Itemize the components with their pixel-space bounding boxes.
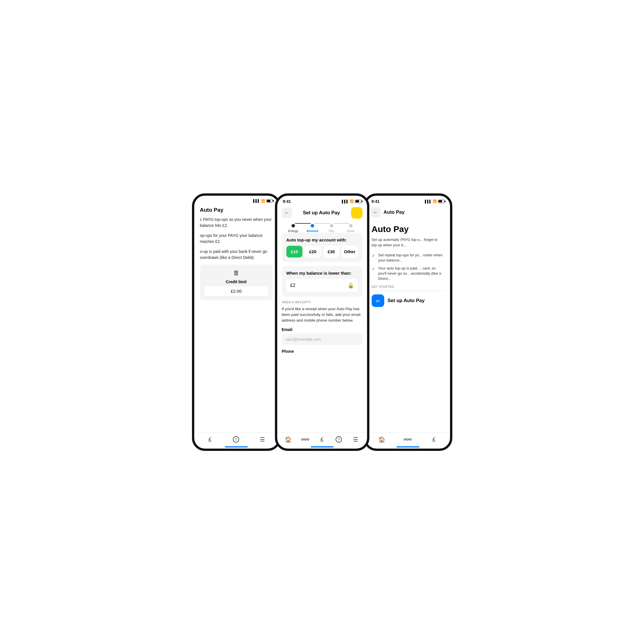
left-body-text3: o-up is paid with your bank ll never go … <box>200 249 273 261</box>
nav-icon-menu[interactable]: ☰ <box>257 434 267 445</box>
right-header: ← Auto Pay <box>366 205 450 220</box>
check-icon-1: ✓ <box>372 253 375 258</box>
nav-dots-right[interactable] <box>403 434 413 445</box>
nav-help-center[interactable]: ? <box>334 434 344 445</box>
svg-point-9 <box>404 439 406 440</box>
receipt-text: If you'd like a receipt when your Auto P… <box>282 306 362 324</box>
credit-label: Credit limit <box>226 280 247 284</box>
back-button-right[interactable]: ← <box>370 207 381 217</box>
center-time: 9:41 <box>283 199 291 204</box>
back-icon-right: ← <box>373 210 378 215</box>
wifi-icon: 📶 <box>261 199 265 203</box>
balance-card: When my balance is lower than: £2 🔒 <box>282 266 362 297</box>
setup-autopay-button[interactable]: ∞ Set up Auto Pay <box>372 294 444 307</box>
amount-btn-20[interactable]: £20 <box>305 246 321 257</box>
signal-icon: ▌▌▌ <box>253 199 260 203</box>
svg-point-3 <box>304 439 306 440</box>
step-line-3 <box>333 223 349 224</box>
lightning-button[interactable]: ⚡ <box>351 207 362 219</box>
receipt-section-label: NEED A RECEIPT? <box>282 301 362 304</box>
svg-text:?: ? <box>235 437 237 442</box>
amount-btn-30[interactable]: £30 <box>323 246 340 257</box>
step-label-amount: Amount <box>306 229 318 233</box>
nav-pound-right[interactable]: £ <box>429 434 439 445</box>
svg-point-11 <box>410 439 411 440</box>
credit-value: £2.00 <box>205 286 268 296</box>
balance-row: £2 🔒 <box>286 279 358 292</box>
step-dot-amount <box>311 224 314 227</box>
phone-label: Phone <box>282 349 362 354</box>
autopay-desc: Set up automatic PAYG top-u... forget to… <box>372 237 444 248</box>
right-body: Auto Pay Set up automatic PAYG top-u... … <box>366 220 450 433</box>
step-amount: Amount <box>311 224 314 227</box>
right-status-bar: 9:41 ▌▌▌ 📶 <box>366 196 450 205</box>
amount-btn-other[interactable]: Other <box>342 246 358 257</box>
nav-icon-pound[interactable]: £ <box>205 434 215 445</box>
check-item-2: ✓ Your auto top-up is paid ... card, so … <box>372 266 444 282</box>
step-label-done: Done <box>347 229 354 233</box>
left-bottom-nav: £ ? ☰ <box>194 433 278 449</box>
check-icon-2: ✓ <box>372 266 375 272</box>
email-label: Email <box>282 327 362 332</box>
step-pay: Pay <box>330 224 333 227</box>
signal-icon-r: ▌▌▌ <box>425 200 431 203</box>
right-phone: 9:41 ▌▌▌ 📶 ← Auto Pay Auto Pay Set up au… <box>364 193 452 451</box>
center-bottom-nav: 🏠 £ ? ☰ <box>277 433 367 449</box>
center-phone: 9:41 ▌▌▌ 📶 ← Set up Auto Pay ⚡ Energy <box>275 193 369 451</box>
back-icon-center: ← <box>285 210 289 215</box>
autopay-title: Auto Pay <box>372 224 444 234</box>
svg-point-4 <box>307 439 309 440</box>
center-page-title: Set up Auto Pay <box>303 210 340 216</box>
divider <box>372 291 444 291</box>
wifi-icon-r: 📶 <box>433 199 437 203</box>
trash-icon: 🗑 <box>233 269 239 277</box>
nav-pound-center[interactable]: £ <box>317 434 327 445</box>
stepper: Energy Amount Pay Done <box>277 221 367 233</box>
step-label-pay: Pay <box>329 229 334 233</box>
step-done: Done <box>349 224 352 227</box>
step-label-energy: Energy <box>288 229 298 233</box>
left-status-bar: ▌▌▌ 📶 <box>194 196 278 204</box>
setup-btn-label: Set up Auto Pay <box>388 298 425 304</box>
battery-icon <box>266 199 273 203</box>
right-bottom-nav: 🏠 £ <box>366 433 450 449</box>
check-text-2: Your auto top-up is paid ... card, so yo… <box>378 266 444 282</box>
check-text-1: Set repeat top-ups for yo... meter when … <box>378 253 444 263</box>
left-phone: ▌▌▌ 📶 Auto Pay c PAYG top-ups so you nev… <box>192 193 281 451</box>
auto-topup-title: Auto top-up my account with: <box>286 237 358 242</box>
step-line-2 <box>314 223 330 224</box>
nav-home-right[interactable]: 🏠 <box>377 434 387 445</box>
svg-point-2 <box>302 439 303 440</box>
step-energy: Energy <box>292 224 295 227</box>
get-started-label: GET STARTED <box>372 285 444 288</box>
battery-icon-r <box>438 200 444 203</box>
center-status-bar: 9:41 ▌▌▌ 📶 <box>277 196 367 205</box>
right-page-title: Auto Pay <box>384 209 405 215</box>
nav-menu-center[interactable]: ☰ <box>350 434 361 445</box>
center-body: Auto top-up my account with: £10 £20 £30… <box>277 233 367 433</box>
credit-card: 🗑 Credit limit £2.00 <box>200 265 273 300</box>
email-input[interactable]: sam@example.com <box>282 334 362 345</box>
signal-icon-c: ▌▌▌ <box>342 200 348 203</box>
nav-icon-help[interactable]: ? <box>231 434 241 445</box>
lock-icon: 🔒 <box>348 282 354 289</box>
lightning-icon: ⚡ <box>353 209 360 216</box>
nav-dots-center[interactable] <box>300 434 310 445</box>
svg-text:?: ? <box>338 437 340 442</box>
amount-btn-10[interactable]: £10 <box>286 246 303 257</box>
nav-home-center[interactable]: 🏠 <box>283 434 294 445</box>
check-item-1: ✓ Set repeat top-ups for yo... meter whe… <box>372 253 444 263</box>
step-line-1 <box>295 223 311 224</box>
balance-value: £2 <box>290 283 296 288</box>
left-body-text1: c PAYG top-ups so you never when your ba… <box>200 217 273 229</box>
right-time: 9:41 <box>372 199 380 204</box>
step-dot-energy <box>292 224 295 227</box>
center-header: ← Set up Auto Pay ⚡ <box>277 205 367 221</box>
wifi-icon-c: 📶 <box>350 199 354 203</box>
amount-card: Auto top-up my account with: £10 £20 £30… <box>282 233 362 262</box>
left-body-text2: op-ups for your PAYG your balance reache… <box>200 233 273 245</box>
back-button-center[interactable]: ← <box>282 208 292 218</box>
balance-title: When my balance is lower than: <box>286 271 358 276</box>
svg-point-10 <box>407 439 409 440</box>
step-dot-done <box>349 224 352 227</box>
